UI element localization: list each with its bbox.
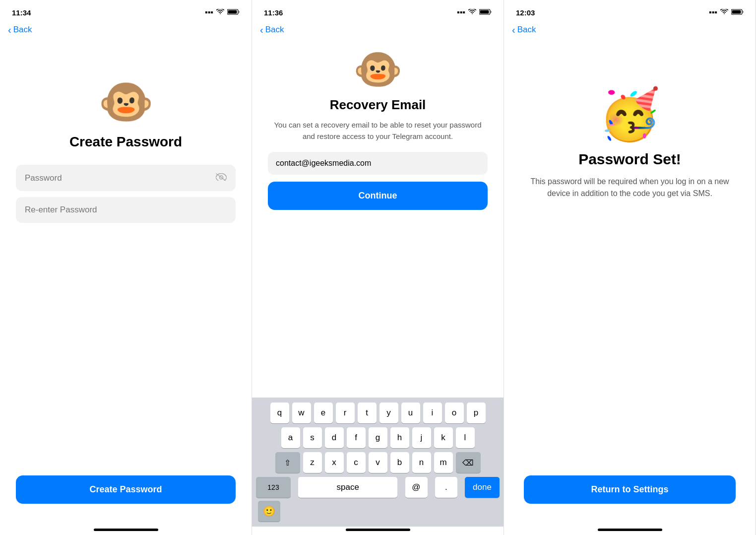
key-f[interactable]: f (347, 427, 366, 448)
password-set-desc: This password will be required when you … (524, 176, 736, 200)
key-e[interactable]: e (314, 402, 333, 423)
reenter-password-input-wrapper[interactable] (16, 197, 236, 223)
keyboard-row-1: q w e r t y u i o p (254, 402, 502, 423)
key-t[interactable]: t (358, 402, 377, 423)
password-set-content: 🥳 Password Set! This password will be re… (504, 40, 756, 529)
chevron-left-icon: ‹ (8, 25, 11, 35)
key-p[interactable]: p (467, 402, 486, 423)
wifi-icon (216, 8, 224, 17)
keyboard-row-3: ⇧ z x c v b n m ⌫ (254, 452, 502, 473)
signal-icon-2: ▪▪▪ (457, 8, 465, 17)
time-3: 12:03 (516, 8, 535, 17)
status-bar-2: 11:36 ▪▪▪ (252, 0, 504, 22)
key-shift[interactable]: ⇧ (275, 452, 300, 473)
back-button-1[interactable]: ‹ Back (8, 25, 32, 35)
create-password-button[interactable]: Create Password (16, 475, 236, 504)
chevron-left-icon-2: ‹ (260, 25, 263, 35)
continue-button[interactable]: Continue (268, 182, 488, 210)
screen-password-set: 12:03 ▪▪▪ ‹ Back (504, 0, 756, 535)
keyboard-row-emoji: 🙂 (254, 500, 502, 524)
status-bar-1: 11:34 ▪▪▪ (0, 0, 252, 22)
wifi-icon-3 (720, 8, 728, 17)
key-x[interactable]: x (325, 452, 344, 473)
back-label-3: Back (517, 25, 536, 35)
key-space[interactable]: space (298, 477, 397, 498)
password-input[interactable] (25, 173, 216, 183)
time-1: 11:34 (12, 8, 31, 17)
svg-rect-1 (228, 10, 237, 14)
status-icons-2: ▪▪▪ (457, 8, 492, 17)
email-input-wrapper[interactable] (268, 152, 488, 175)
back-label-1: Back (13, 25, 32, 35)
password-input-wrapper[interactable] (16, 165, 236, 191)
key-m[interactable]: m (434, 452, 453, 473)
key-w[interactable]: w (292, 402, 311, 423)
key-done[interactable]: done (465, 477, 500, 498)
battery-icon (227, 8, 240, 17)
time-2: 11:36 (264, 8, 283, 17)
back-label-2: Back (265, 25, 284, 35)
recovery-email-desc: You can set a recovery email to be able … (268, 120, 488, 142)
recovery-email-title: Recovery Email (330, 97, 426, 113)
wifi-icon-2 (468, 8, 476, 17)
key-i[interactable]: i (423, 402, 442, 423)
back-button-2[interactable]: ‹ Back (260, 25, 284, 35)
key-at[interactable]: @ (405, 477, 428, 498)
monkey-emoji-2: 🐵 (353, 50, 403, 89)
screen-recovery-email: 11:36 ▪▪▪ ‹ Back (252, 0, 504, 535)
key-c[interactable]: c (347, 452, 366, 473)
screen-create-password: 11:34 ▪▪▪ ‹ Back (0, 0, 252, 535)
key-z[interactable]: z (303, 452, 322, 473)
svg-rect-5 (480, 10, 489, 14)
status-icons-1: ▪▪▪ (205, 8, 240, 17)
key-u[interactable]: u (401, 402, 420, 423)
nav-bar-1: ‹ Back (0, 22, 252, 40)
key-backspace[interactable]: ⌫ (456, 452, 481, 473)
party-emoji: 🥳 (599, 89, 661, 139)
nav-bar-2: ‹ Back (252, 22, 504, 40)
key-b[interactable]: b (390, 452, 409, 473)
key-y[interactable]: y (379, 402, 398, 423)
key-v[interactable]: v (369, 452, 387, 473)
key-d[interactable]: d (325, 427, 344, 448)
status-bar-3: 12:03 ▪▪▪ (504, 0, 756, 22)
key-123[interactable]: 123 (256, 477, 291, 498)
key-j[interactable]: j (412, 427, 431, 448)
key-q[interactable]: q (270, 402, 289, 423)
key-n[interactable]: n (412, 452, 431, 473)
create-password-title: Create Password (69, 134, 182, 150)
return-to-settings-button[interactable]: Return to Settings (524, 475, 736, 504)
key-a[interactable]: a (281, 427, 300, 448)
monkey-emoji-1: 🐵 (98, 79, 154, 124)
key-r[interactable]: r (336, 402, 355, 423)
password-set-title: Password Set! (578, 151, 681, 168)
reenter-password-input[interactable] (25, 205, 227, 215)
battery-icon-2 (479, 8, 492, 17)
keyboard: q w e r t y u i o p a s d f g h j k l ⇧ … (252, 398, 504, 527)
home-indicator-2 (346, 529, 410, 531)
back-button-3[interactable]: ‹ Back (512, 25, 536, 35)
signal-icon-3: ▪▪▪ (709, 8, 717, 17)
battery-icon-3 (731, 8, 744, 17)
home-indicator-1 (94, 529, 158, 531)
key-h[interactable]: h (390, 427, 409, 448)
nav-bar-3: ‹ Back (504, 22, 756, 40)
keyboard-row-4: 123 space @ . done (254, 477, 502, 498)
chevron-left-icon-3: ‹ (512, 25, 515, 35)
home-indicator-3 (598, 529, 662, 531)
keyboard-row-2: a s d f g h j k l (254, 427, 502, 448)
svg-rect-7 (732, 10, 741, 14)
create-password-content: 🐵 Create Password Create Password (0, 40, 252, 529)
status-icons-3: ▪▪▪ (709, 8, 744, 17)
eye-icon[interactable] (216, 173, 227, 183)
key-g[interactable]: g (369, 427, 387, 448)
recovery-email-content: 🐵 Recovery Email You can set a recovery … (252, 40, 504, 398)
key-k[interactable]: k (434, 427, 453, 448)
key-l[interactable]: l (456, 427, 475, 448)
email-input[interactable] (276, 159, 480, 168)
key-s[interactable]: s (303, 427, 322, 448)
key-dot[interactable]: . (435, 477, 457, 498)
key-emoji[interactable]: 🙂 (258, 501, 280, 522)
key-o[interactable]: o (445, 402, 464, 423)
signal-icon: ▪▪▪ (205, 8, 213, 17)
